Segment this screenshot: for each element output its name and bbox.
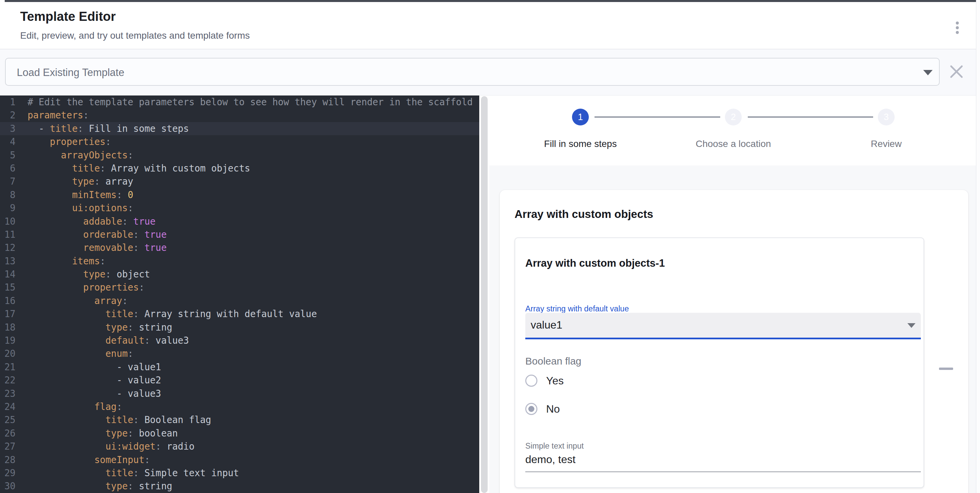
code-text: title: Array string with default value xyxy=(27,307,317,321)
select-caret-icon xyxy=(907,323,915,328)
code-text: type: boolean xyxy=(27,427,178,440)
preview-panel: 1Fill in some steps2Choose a location3Re… xyxy=(489,96,976,493)
code-line[interactable]: 26 type: boolean xyxy=(0,427,479,440)
text-input-underline xyxy=(525,471,921,472)
code-line[interactable]: 14 type: object xyxy=(0,268,479,281)
code-line[interactable]: 12 removable: true xyxy=(0,241,479,254)
step-circle-2[interactable]: 2 xyxy=(725,108,742,125)
code-line[interactable]: 10 addable: true xyxy=(0,215,479,228)
line-number: 4 xyxy=(0,135,16,148)
editor-scrollbar-thumb[interactable] xyxy=(481,96,488,493)
code-line[interactable]: 15 properties: xyxy=(0,281,479,294)
line-number: 8 xyxy=(0,188,16,201)
radio-selected-icon[interactable] xyxy=(525,403,538,415)
code-line[interactable]: 25 title: Boolean flag xyxy=(0,413,479,426)
code-line[interactable]: 2parameters: xyxy=(0,108,479,122)
code-text: title: Simple text input xyxy=(27,466,239,480)
load-template-select[interactable]: Load Existing Template xyxy=(5,58,940,86)
code-text: someInput: xyxy=(27,453,150,466)
code-text: title: Array with custom objects xyxy=(27,162,250,175)
code-text: flag: xyxy=(27,400,122,413)
code-line[interactable]: 19 default: value3 xyxy=(0,334,479,347)
code-line[interactable]: 5 arrayObjects: xyxy=(0,148,479,162)
radio-unselected-icon[interactable] xyxy=(525,375,538,387)
radio-option-label: No xyxy=(546,403,560,415)
step-circle-1[interactable]: 1 xyxy=(572,108,589,125)
code-line[interactable]: 11 orderable: true xyxy=(0,228,479,241)
code-text: type: string xyxy=(27,321,172,334)
code-text: - title: Fill in some steps xyxy=(27,122,189,135)
code-text: - value1 xyxy=(27,361,161,373)
line-number: 15 xyxy=(0,281,16,294)
editor-scrollbar-track[interactable] xyxy=(479,96,489,493)
line-number: 1 xyxy=(0,96,16,108)
code-line[interactable]: 17 title: Array string with default valu… xyxy=(0,307,479,321)
form-section-title: Array with custom objects xyxy=(514,208,653,220)
code-line[interactable]: 9 ui:options: xyxy=(0,201,479,215)
kebab-dot xyxy=(956,26,959,29)
code-text: orderable: true xyxy=(27,228,167,241)
code-line[interactable]: 20 enum: xyxy=(0,347,479,360)
clear-template-button[interactable] xyxy=(948,63,965,80)
code-text: properties: xyxy=(27,135,111,148)
code-text: # Edit the template parameters below to … xyxy=(27,96,473,108)
code-line[interactable]: 23 - value3 xyxy=(0,387,479,400)
line-number: 17 xyxy=(0,307,16,321)
code-line[interactable]: 3 - title: Fill in some steps xyxy=(0,122,479,135)
array-item-title: Array with custom objects-1 xyxy=(525,257,665,270)
line-number: 27 xyxy=(0,440,16,453)
code-line[interactable]: 27 ui:widget: radio xyxy=(0,440,479,453)
step-label-1: Fill in some steps xyxy=(513,139,648,149)
stepper: 1Fill in some steps2Choose a location3Re… xyxy=(489,96,976,166)
step-label-3: Review xyxy=(819,139,953,149)
line-number: 30 xyxy=(0,480,16,493)
code-line[interactable]: 4 properties: xyxy=(0,135,479,148)
simple-text-input[interactable] xyxy=(525,453,921,466)
code-text: title: Boolean flag xyxy=(27,413,211,426)
radio-option-yes[interactable]: Yes xyxy=(525,373,563,388)
line-number: 3 xyxy=(0,122,16,135)
line-number: 12 xyxy=(0,241,16,254)
code-line[interactable]: 16 array: xyxy=(0,294,479,307)
line-number: 6 xyxy=(0,162,16,175)
code-text: - value2 xyxy=(27,373,161,387)
code-line[interactable]: 18 type: string xyxy=(0,321,479,334)
code-line[interactable]: 7 type: array xyxy=(0,175,479,188)
code-text: enum: xyxy=(27,347,134,360)
yaml-code-editor[interactable]: 1# Edit the template parameters below to… xyxy=(0,96,479,493)
remove-array-item-button[interactable] xyxy=(936,365,956,373)
line-number: 2 xyxy=(0,108,16,122)
stepper-connector xyxy=(748,116,873,118)
code-text: items: xyxy=(27,255,105,268)
code-line[interactable]: 24 flag: xyxy=(0,400,479,413)
radio-group-label: Boolean flag xyxy=(525,356,581,367)
radio-option-label: Yes xyxy=(546,375,563,387)
line-number: 24 xyxy=(0,400,16,413)
radio-option-no[interactable]: No xyxy=(525,402,560,416)
code-text: type: string xyxy=(27,480,172,493)
line-number: 10 xyxy=(0,215,16,228)
array-string-select[interactable]: value1 xyxy=(525,313,921,339)
minus-icon xyxy=(939,368,953,370)
code-text: type: array xyxy=(27,175,134,188)
step-circle-3[interactable]: 3 xyxy=(878,108,895,125)
code-line[interactable]: 29 title: Simple text input xyxy=(0,466,479,480)
page-scrollbar-gutter[interactable] xyxy=(976,0,980,493)
dropdown-caret-icon xyxy=(923,70,932,75)
code-line[interactable]: 30 type: string xyxy=(0,480,479,493)
code-line[interactable]: 1# Edit the template parameters below to… xyxy=(0,96,479,108)
code-text: ui:widget: radio xyxy=(27,440,194,453)
code-line[interactable]: 6 title: Array with custom objects xyxy=(0,162,479,175)
code-line[interactable]: 13 items: xyxy=(0,255,479,268)
step-label-2: Choose a location xyxy=(666,139,800,149)
code-line[interactable]: 28 someInput: xyxy=(0,453,479,466)
array-item-card: Array with custom objects-1 Array string… xyxy=(514,238,924,488)
more-options-button[interactable] xyxy=(950,18,964,37)
code-line[interactable]: 8 minItems: 0 xyxy=(0,188,479,201)
code-line[interactable]: 22 - value2 xyxy=(0,373,479,387)
line-number: 18 xyxy=(0,321,16,334)
line-number: 14 xyxy=(0,268,16,281)
line-number: 9 xyxy=(0,201,16,215)
code-line[interactable]: 21 - value1 xyxy=(0,361,479,373)
line-number: 21 xyxy=(0,361,16,373)
